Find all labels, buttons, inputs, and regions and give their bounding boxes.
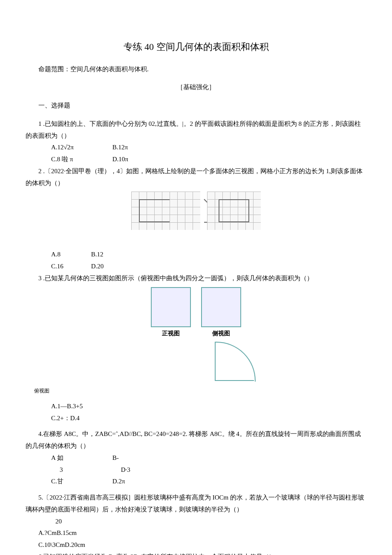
question-1-row2: C.8 啦 π D.10π xyxy=(26,154,366,166)
q2-option-b: B.12 xyxy=(78,249,104,261)
subhead: ［基础强化］ xyxy=(26,81,366,93)
question-5-pre: 20 xyxy=(26,516,366,528)
q4-option-b: B- xyxy=(100,452,119,464)
q3-topview-wrap xyxy=(102,342,366,381)
q1-option-a: A.12√2π xyxy=(38,142,98,154)
q2-figure xyxy=(26,192,366,230)
question-2-row2: C.16 D.20 xyxy=(26,261,366,273)
question-5-row2: C.10\3CmD.20cm xyxy=(26,539,366,551)
question-4-row2: C.甘 D.2π xyxy=(26,476,366,488)
question-2: 2 .〔2022·全国甲卷（理），4〕如图，网格纸上绘制的是一个多面体的三视图，… xyxy=(26,166,366,189)
q3-top-label: 俯视图 xyxy=(34,386,366,395)
q3-option-cd: C.2+：D.4 xyxy=(38,413,80,424)
question-5-row1: A.?CmB.15cm xyxy=(26,527,366,539)
question-5: 5.〔2022·江西省南昌市高三模拟］圆柱形玻璃杯中盛有高度为 IOCm 的水，… xyxy=(26,492,366,516)
q4-option-b2: D·3 xyxy=(108,464,130,476)
q1-option-d: D.10π xyxy=(100,154,128,166)
page-title: 专练 40 空间几何体的表面积和体积 xyxy=(26,38,366,56)
section-1-heading: 一、选择题 xyxy=(26,100,366,112)
q4-option-a2: 3 xyxy=(38,464,107,476)
q4-option-a: A 如 xyxy=(38,452,98,464)
q1-option-c: C.8 啦 π xyxy=(38,154,98,166)
q2-option-c: C.16 xyxy=(38,261,77,273)
q4-option-d: D.2π xyxy=(100,476,125,488)
q2-square xyxy=(219,199,249,222)
question-3: 3 .已知某几何体的三视图如图所示（俯视图中曲线为四分之一圆弧），则该几何体的表… xyxy=(26,273,366,285)
q4-option-c: C.甘 xyxy=(38,476,98,488)
q2-rect xyxy=(139,199,170,222)
q3-front-view: 正视图 xyxy=(151,287,191,339)
scope-line: 命题范围：空间几何体的表面积与体积. xyxy=(26,64,366,76)
q3-option-ab: A.1—B.3+5 xyxy=(38,401,83,413)
q3-side-square xyxy=(201,287,241,327)
q3-side-label: 侧视图 xyxy=(201,328,241,339)
q2-option-a: A.8 xyxy=(38,249,77,261)
q3-views: 正视图 侧视图 xyxy=(26,287,366,339)
question-4-text: 4.在梯形 A8C。中，ZABC=ˆ,AD//BC, BC=240=248=2.… xyxy=(26,430,361,449)
q2-option-d: D.20 xyxy=(78,261,104,273)
q2-view-right xyxy=(207,192,261,230)
q2-view-left xyxy=(131,192,200,230)
q3-front-square xyxy=(151,287,191,327)
question-4-row1: A 如 B- xyxy=(26,452,366,464)
question-6: 6.已知圆锥的底面半径为 R, 高为 3R, 在它的所有内接圆柱中，全面积的最大… xyxy=(26,551,366,555)
question-1-row1: A.12√2π B.12π xyxy=(26,142,366,154)
q3-front-label: 正视图 xyxy=(151,328,191,339)
q3-side-view: 侧视图 xyxy=(201,287,241,339)
q3-arc-icon xyxy=(215,342,254,381)
question-3-row1: A.1—B.3+5 xyxy=(26,401,366,413)
question-4-row1b: 3 D·3 xyxy=(26,464,366,476)
question-3-row2: C.2+：D.4 xyxy=(26,413,366,424)
question-2-row1: A.8 B.12 xyxy=(26,249,366,261)
q1-option-b: B.12π xyxy=(100,142,128,154)
question-1: 1 .已知圆柱的上、下底面的中心分别为 02,过直线。|。2 的平面截该圆柱所得… xyxy=(26,118,366,142)
question-4: 4.在梯形 A8C。中，ZABC=ˆ,AD//BC, BC=240=248=2.… xyxy=(26,428,366,452)
